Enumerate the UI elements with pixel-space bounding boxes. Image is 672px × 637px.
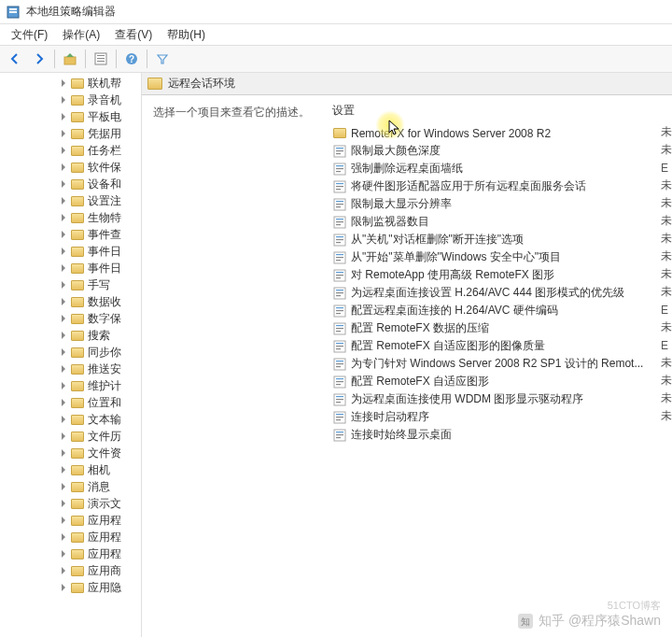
expander-icon[interactable]	[62, 298, 65, 305]
tree-item[interactable]: 数字保	[0, 310, 141, 327]
tree-item[interactable]: 事件日	[0, 260, 141, 276]
list-setting-row[interactable]: 从"关机"对话框删除"断开连接"选项	[329, 231, 672, 248]
filter-button[interactable]	[151, 48, 174, 70]
tree-item[interactable]: 数据收	[0, 293, 141, 310]
expander-icon[interactable]	[62, 180, 65, 188]
tree-item[interactable]: 应用隐	[0, 579, 141, 596]
list-setting-row[interactable]: 将硬件图形适配器应用于所有远程桌面服务会话	[329, 177, 672, 195]
tree-item[interactable]: 位置和	[0, 394, 141, 411]
tree-item[interactable]: 任务栏	[0, 142, 141, 159]
expander-icon[interactable]	[62, 231, 65, 238]
tree-item[interactable]: 演示文	[0, 495, 141, 512]
expander-icon[interactable]	[62, 382, 65, 389]
tree-item[interactable]: 平板电	[0, 108, 141, 125]
menu-file[interactable]: 文件(F)	[4, 25, 55, 45]
tree-item[interactable]: 生物特	[0, 209, 141, 226]
expander-icon[interactable]	[62, 466, 65, 474]
list-header[interactable]: 设置	[329, 99, 672, 124]
expander-icon[interactable]	[62, 399, 65, 406]
settings-list[interactable]: 设置 RemoteFX for Windows Server 2008 R2限制…	[329, 95, 672, 637]
tree-item[interactable]: 应用程	[0, 529, 141, 545]
menu-view[interactable]: 查看(V)	[107, 25, 160, 45]
list-setting-row[interactable]: 配置 RemoteFX 自适应图形的图像质量	[329, 337, 672, 355]
tree-item-label: 维护计	[88, 378, 121, 394]
expander-icon[interactable]	[62, 147, 65, 154]
svg-rect-11	[336, 148, 343, 149]
tree-item[interactable]: 文件历	[0, 428, 141, 445]
tree-item[interactable]: 事件日	[0, 243, 141, 260]
expander-icon[interactable]	[62, 517, 65, 524]
tree-item[interactable]: 设备和	[0, 176, 141, 192]
tree-item[interactable]: 软件保	[0, 159, 141, 176]
tree-item[interactable]: 文件资	[0, 445, 141, 461]
expander-icon[interactable]	[62, 533, 65, 541]
expander-icon[interactable]	[62, 483, 65, 490]
tree-item[interactable]: 事件查	[0, 226, 141, 243]
expander-icon[interactable]	[62, 432, 65, 440]
tree-item[interactable]: 搜索	[0, 327, 141, 344]
expander-icon[interactable]	[62, 163, 65, 171]
list-setting-row[interactable]: 配置 RemoteFX 数据的压缩	[329, 319, 672, 337]
expander-icon[interactable]	[62, 416, 65, 423]
tree-item[interactable]: 设置注	[0, 192, 141, 209]
expander-icon[interactable]	[62, 315, 65, 322]
list-setting-row[interactable]: 强制删除远程桌面墙纸	[329, 160, 672, 177]
tree-item[interactable]: 维护计	[0, 377, 141, 394]
tree-item[interactable]: 手写	[0, 276, 141, 293]
tree-item[interactable]: 文本输	[0, 411, 141, 428]
expander-icon[interactable]	[62, 449, 65, 457]
expander-icon[interactable]	[62, 332, 65, 339]
help-button[interactable]: ?	[120, 48, 143, 70]
tree-item-label: 应用程	[88, 513, 121, 529]
expander-icon[interactable]	[62, 248, 65, 255]
list-setting-row[interactable]: 为专门针对 Windows Server 2008 R2 SP1 设计的 Rem…	[329, 355, 672, 373]
list-setting-row[interactable]: 为远程桌面连接设置 H.264/AVC 444 图形模式的优先级	[329, 284, 672, 302]
expander-icon[interactable]	[62, 264, 65, 272]
tree-item[interactable]: 凭据用	[0, 125, 141, 142]
list-setting-row[interactable]: 连接时启动程序	[329, 408, 672, 426]
tree-item[interactable]: 推送安	[0, 361, 141, 377]
tree-pane[interactable]: 联机帮录音机平板电凭据用任务栏软件保设备和设置注生物特事件查事件日事件日手写数据…	[0, 73, 142, 637]
list-setting-row[interactable]: 配置 RemoteFX 自适应图形	[329, 373, 672, 390]
svg-rect-57	[336, 348, 341, 349]
expander-icon[interactable]	[62, 113, 65, 120]
svg-rect-71	[336, 414, 343, 415]
expander-icon[interactable]	[62, 500, 65, 507]
tree-item[interactable]: 消息	[0, 478, 141, 495]
forward-button[interactable]	[28, 48, 50, 70]
tree-item[interactable]: 相机	[0, 461, 141, 478]
tree-item[interactable]: 录音机	[0, 92, 141, 108]
tree-item-label: 应用程	[88, 546, 121, 562]
list-item-label: 配置远程桌面连接的 H.264/AVC 硬件编码	[351, 303, 558, 318]
expander-icon[interactable]	[62, 550, 65, 558]
expander-icon[interactable]	[62, 130, 65, 137]
properties-button[interactable]	[90, 48, 112, 70]
expander-icon[interactable]	[62, 365, 65, 373]
expander-icon[interactable]	[62, 197, 65, 205]
list-setting-row[interactable]: 从"开始"菜单删除"Windows 安全中心"项目	[329, 248, 672, 266]
expander-icon[interactable]	[62, 584, 65, 591]
list-setting-row[interactable]: 对 RemoteApp 使用高级 RemoteFX 图形	[329, 266, 672, 284]
list-setting-row[interactable]: 限制监视器数目	[329, 213, 672, 231]
expander-icon[interactable]	[62, 214, 65, 221]
list-setting-row[interactable]: 配置远程桌面连接的 H.264/AVC 硬件编码	[329, 302, 672, 319]
list-setting-row[interactable]: 限制最大颜色深度	[329, 142, 672, 160]
list-setting-row[interactable]: 连接时始终显示桌面	[329, 426, 672, 444]
list-folder-row[interactable]: RemoteFX for Windows Server 2008 R2	[329, 124, 672, 142]
expander-icon[interactable]	[62, 567, 65, 574]
tree-item[interactable]: 应用商	[0, 562, 141, 579]
expander-icon[interactable]	[62, 96, 65, 104]
list-setting-row[interactable]: 为远程桌面连接使用 WDDM 图形显示驱动程序	[329, 390, 672, 408]
tree-item[interactable]: 联机帮	[0, 75, 141, 92]
expander-icon[interactable]	[62, 281, 65, 289]
menu-action[interactable]: 操作(A)	[55, 25, 107, 45]
menu-help[interactable]: 帮助(H)	[160, 25, 213, 45]
tree-item[interactable]: 应用程	[0, 545, 141, 562]
expander-icon[interactable]	[62, 79, 65, 87]
tree-item[interactable]: 应用程	[0, 512, 141, 529]
expander-icon[interactable]	[62, 348, 65, 356]
tree-item[interactable]: 同步你	[0, 344, 141, 361]
list-setting-row[interactable]: 限制最大显示分辨率	[329, 195, 672, 213]
back-button[interactable]	[4, 48, 26, 70]
up-button[interactable]	[59, 48, 81, 70]
